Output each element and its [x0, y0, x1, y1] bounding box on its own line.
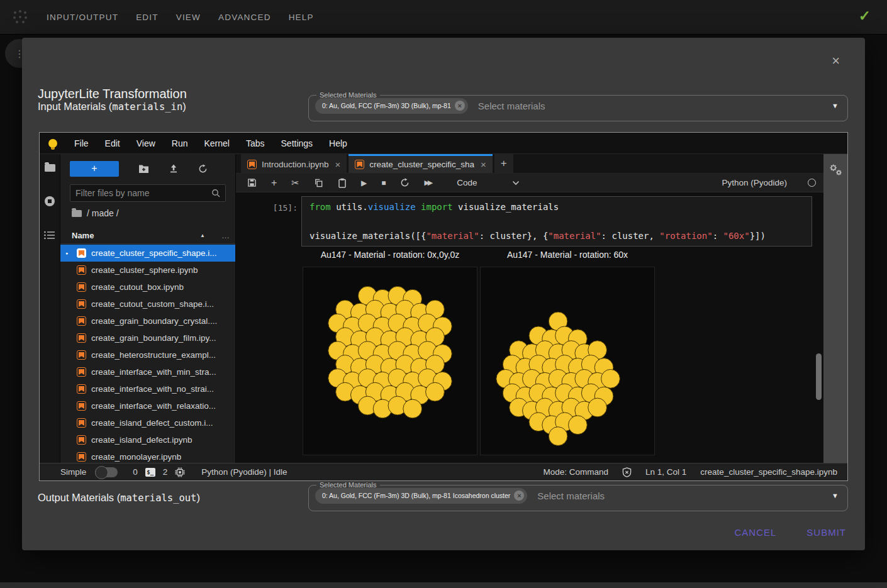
new-launcher-button[interactable]: + [70, 161, 119, 177]
file-row[interactable]: create_interface_with_relaxatio... [60, 397, 235, 414]
notebook-icon [77, 248, 86, 258]
notebook-scrollbar[interactable] [816, 194, 822, 462]
input-label-text: Input Materials ( [38, 101, 112, 112]
sort-asc-icon[interactable]: ▲ [200, 233, 205, 238]
file-row[interactable]: create_interface_with_no_strai... [60, 380, 235, 397]
run-icon[interactable]: ▶ [361, 179, 367, 187]
input-materials-select[interactable]: Selected Materials 0: Au, Gold, FCC (Fm-… [308, 91, 848, 121]
kernel-chip-icon[interactable] [175, 467, 185, 477]
restart-kernel-icon[interactable] [400, 178, 410, 187]
jl-menu-run[interactable]: Run [172, 138, 188, 148]
tab-close-icon[interactable]: × [335, 159, 341, 170]
tab-introduction[interactable]: Introduction.ipynb × [241, 154, 347, 173]
jl-menu-settings[interactable]: Settings [281, 138, 313, 148]
name-column-header[interactable]: Name [72, 231, 200, 240]
file-row[interactable]: create_heterostructure_exampl... [60, 347, 235, 363]
upload-icon[interactable] [169, 164, 179, 174]
file-row[interactable]: create_monolayer.ipynb [60, 448, 235, 463]
notebook-icon [77, 316, 86, 326]
screen: INPUT/OUTPUT EDIT VIEW ADVANCED HELP ✓ ⋮… [0, 0, 887, 588]
output-select-placeholder[interactable]: Select materials [537, 491, 605, 501]
notebook-content: [15]: from utils.visualize import visual… [236, 192, 823, 463]
chevron-down-icon[interactable] [512, 180, 520, 186]
notebook-icon [77, 401, 86, 411]
file-row[interactable]: create_grain_boundary_crystal.... [60, 313, 235, 330]
cut-icon[interactable]: ✂ [291, 177, 299, 189]
stop-icon[interactable]: ■ [381, 179, 386, 187]
dialog-close-icon[interactable]: × [832, 53, 840, 69]
file-row[interactable]: create_interface_with_min_stra... [60, 363, 235, 380]
jl-menu-file[interactable]: File [74, 138, 89, 148]
file-row[interactable]: create_cluster_sphere.ipynb [60, 262, 235, 279]
chip-remove-icon[interactable]: × [455, 101, 465, 111]
save-icon[interactable] [247, 178, 257, 187]
notebook-icon [247, 160, 257, 169]
file-list: ● create_cluster_specific_shape.i... cre… [60, 245, 235, 463]
output-materials-select[interactable]: Selected Materials 0: Au, Gold, FCC (Fm-… [308, 481, 848, 511]
submit-button[interactable]: SUBMIT [806, 527, 846, 538]
table-of-contents-tab-icon[interactable] [44, 231, 55, 240]
file-row[interactable]: create_cutout_custom_shape.i... [60, 296, 235, 313]
simple-mode-label: Simple [60, 467, 86, 477]
refresh-icon[interactable] [198, 164, 208, 174]
more-options-icon[interactable]: … [221, 231, 230, 240]
kernel-count[interactable]: 2 [163, 467, 168, 477]
add-cell-icon[interactable]: + [271, 177, 277, 189]
jl-menu-edit[interactable]: Edit [105, 138, 120, 148]
menu-advanced[interactable]: ADVANCED [218, 13, 271, 22]
jl-menu-tabs[interactable]: Tabs [246, 138, 265, 148]
kernel-name[interactable]: Python (Pyodide) [722, 178, 787, 187]
dropdown-arrow-icon[interactable]: ▼ [832, 102, 839, 109]
new-tab-button[interactable]: + [494, 154, 513, 173]
jl-menu-help[interactable]: Help [329, 138, 347, 148]
output-material-chip[interactable]: 0: Au, Gold, FCC (Fm-3m) 3D (Bulk), mp-8… [315, 488, 527, 504]
menu-help[interactable]: HELP [289, 13, 314, 22]
notebook-icon [77, 435, 86, 445]
breadcrumb[interactable]: / made / [72, 208, 119, 218]
file-row[interactable]: create_cutout_box.ipynb [60, 279, 235, 296]
tab-bar: Introduction.ipynb × create_cluster_spec… [236, 154, 823, 174]
tab-create-cluster-specific-shape[interactable]: create_cluster_specific_sha × [349, 154, 492, 173]
cell-type-select[interactable]: Code [457, 178, 477, 187]
running-kernels-tab-icon[interactable] [44, 196, 55, 207]
input-chips-row: 0: Au, Gold, FCC (Fm-3m) 3D (Bulk), mp-8… [309, 96, 847, 115]
file-browser-tab-icon[interactable] [45, 164, 55, 172]
kernel-status-text[interactable]: Python (Pyodide) | Idle [201, 467, 287, 477]
menu-edit[interactable]: EDIT [136, 13, 159, 22]
file-row[interactable]: create_island_defect_custom.i... [60, 414, 235, 431]
tab-close-icon[interactable]: × [481, 159, 486, 170]
file-filter [70, 184, 226, 202]
jl-menu-view[interactable]: View [137, 138, 155, 148]
restart-run-all-icon[interactable]: ▶▶ [424, 179, 431, 187]
code-cell[interactable]: from utils.visualize import visualize_ma… [301, 196, 812, 247]
settings-gears-icon[interactable] [828, 163, 843, 177]
new-folder-icon[interactable] [138, 164, 149, 173]
chip-remove-icon[interactable]: × [514, 491, 524, 501]
scrollbar-thumb[interactable] [816, 353, 822, 400]
terminal-count[interactable]: 0 [133, 467, 138, 477]
jl-menu-kernel[interactable]: Kernel [204, 138, 229, 148]
notebook-icon [77, 333, 86, 343]
terminal-icon[interactable]: $_ [145, 468, 155, 477]
menu-input-output[interactable]: INPUT/OUTPUT [47, 13, 118, 22]
line-col-indicator[interactable]: Ln 1, Col 1 [645, 467, 686, 477]
dropdown-arrow-icon[interactable]: ▼ [832, 492, 839, 499]
file-row[interactable]: create_grain_boundary_film.ipy... [60, 330, 235, 347]
filter-input[interactable] [75, 188, 211, 198]
input-select-placeholder[interactable]: Select materials [478, 101, 545, 111]
input-material-chip[interactable]: 0: Au, Gold, FCC (Fm-3m) 3D (Bulk), mp-8… [315, 98, 468, 114]
menu-view[interactable]: VIEW [176, 13, 201, 22]
cancel-button[interactable]: CANCEL [734, 527, 776, 538]
cluster-visualization-right [480, 267, 655, 455]
jupyterlite-logo-icon [48, 139, 57, 148]
output-chips-row: 0: Au, Gold, FCC (Fm-3m) 3D (Bulk), mp-8… [309, 486, 847, 505]
mode-indicator[interactable]: Mode: Command [544, 467, 609, 477]
paste-icon[interactable] [338, 178, 347, 188]
copy-icon[interactable] [314, 178, 323, 187]
activity-bar [40, 154, 60, 463]
kernel-status-icon[interactable] [808, 179, 816, 187]
shield-x-icon[interactable] [622, 467, 632, 477]
file-row[interactable]: ● create_cluster_specific_shape.i... [60, 245, 235, 262]
simple-mode-toggle[interactable] [95, 467, 118, 477]
file-row[interactable]: create_island_defect.ipynb [60, 431, 235, 448]
